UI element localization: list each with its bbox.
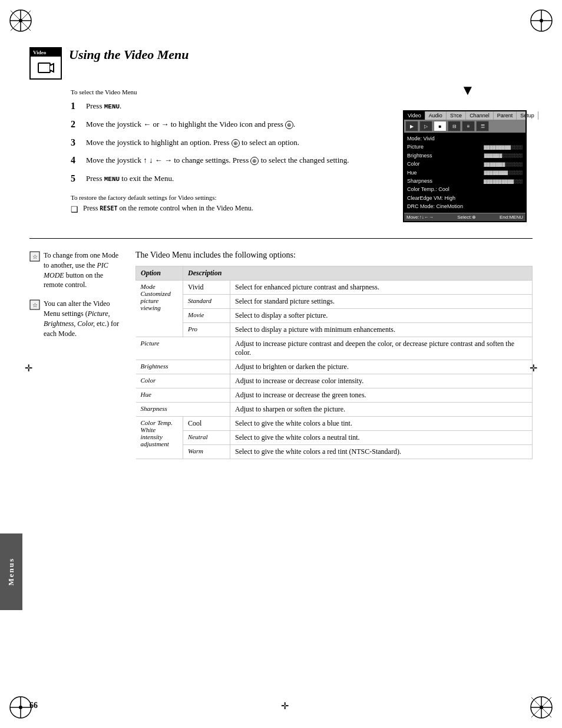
table-row: Sharpness Adjust to sharpen or soften th… xyxy=(136,402,533,416)
table-cell-brightness-desc: Adjust to brighten or darken the picture… xyxy=(230,360,533,374)
step-4: 4 Move the joystick ↑ ↓ ← → to change se… xyxy=(71,154,391,167)
ui-menu-colortemp: Color Temp.: Cool xyxy=(407,185,523,193)
ui-tab-setup: Setup xyxy=(517,111,538,120)
table-cell-hue: Hue xyxy=(136,388,230,402)
table-cell-mode: ModeCustomizedpictureviewing xyxy=(136,280,183,337)
step-2-text: Move the joystick ← or → to highlight th… xyxy=(86,118,295,130)
ui-tab-channel: Channel xyxy=(466,111,494,120)
video-icon-box: Video xyxy=(29,47,62,80)
cross-mark-bottom: ✛ xyxy=(281,700,289,711)
step-1: 1 Press MENU. xyxy=(71,100,391,113)
table-cell-sharpness-desc: Adjust to sharpen or soften the picture. xyxy=(230,402,533,416)
step-1-text: Press MENU. xyxy=(86,100,121,112)
ui-select-label: Select:⊕ xyxy=(457,215,475,220)
ui-end-label: End:MENU xyxy=(500,215,523,220)
table-header-option: Option xyxy=(136,266,183,280)
table-cell-sharpness: Sharpness xyxy=(136,402,230,416)
table-cell-neutral: Neutral xyxy=(183,430,230,444)
table-row: Color Temp.Whiteintensityadjustment Cool… xyxy=(136,416,533,430)
table-cell-standard-desc: Select for standard picture settings. xyxy=(230,294,533,308)
table-cell-cool-desc: Select to give the white colors a blue t… xyxy=(230,416,533,430)
ui-icon-2: ▷ xyxy=(419,121,432,131)
ui-tab-source: S'rce xyxy=(447,111,466,120)
note-2: ☆ You can alter the Video Menu settings … xyxy=(29,299,124,338)
video-icon-image xyxy=(31,57,61,78)
factory-reset-section: To restore the factory default settings … xyxy=(71,194,391,215)
table-cell-neutral-desc: Select to give the white colors a neutra… xyxy=(230,430,533,444)
ui-menu-clearedge: ClearEdge VM: High xyxy=(407,194,523,202)
table-cell-colortemp: Color Temp.Whiteintensityadjustment xyxy=(136,416,183,459)
ui-menu-mode: Mode: Vivid xyxy=(407,134,523,143)
svg-rect-20 xyxy=(38,63,50,73)
table-cell-picture: Picture xyxy=(136,337,230,360)
table-cell-standard: Standard xyxy=(183,294,230,308)
ui-icon-5: ≡ xyxy=(462,121,475,131)
table-cell-movie-desc: Select to display a softer picture. xyxy=(230,308,533,322)
video-icon-label: Video xyxy=(31,48,61,57)
table-cell-pro: Pro xyxy=(183,322,230,337)
checkbox-icon: ❑ xyxy=(71,205,78,215)
table-row: Color Adjust to increase or decrease col… xyxy=(136,374,533,388)
table-row: Picture Adjust to increase picture contr… xyxy=(136,337,533,360)
step-2: 2 Move the joystick ← or → to highlight … xyxy=(71,118,391,131)
note-2-text: You can alter the Video Menu settings (P… xyxy=(44,299,124,338)
table-cell-hue-desc: Adjust to increase or decrease the green… xyxy=(230,388,533,402)
ui-menu-brightness: Brightness ▓▓▓▓▓▓░░░░░░░ xyxy=(407,151,523,160)
factory-reset-text: Press RESET on the remote control when i… xyxy=(83,204,253,213)
cross-mark-right: ✛ xyxy=(530,363,537,374)
ui-menu-sharpness: Sharpness ▓▓▓▓▓▓▓▓▓▓░░░ xyxy=(407,177,523,185)
step-5-number: 5 xyxy=(71,173,81,185)
table-row: Pro Select to display a picture with min… xyxy=(136,322,533,337)
select-label: To select the Video Menu xyxy=(71,88,391,95)
section-divider xyxy=(29,238,533,239)
step-2-number: 2 xyxy=(71,118,81,131)
table-row: Warm Select to give the white colors a r… xyxy=(136,444,533,459)
table-cell-cool: Cool xyxy=(183,416,230,430)
ui-icons-row: ▶ ▷ ■ ⊟ ≡ ☰ xyxy=(404,120,525,133)
step-5-text: Press MENU to exit the Menu. xyxy=(86,173,174,185)
lower-section: ☆ To change from one Mode to another, us… xyxy=(29,251,533,459)
ui-icon-3: ■ xyxy=(434,121,447,131)
table-cell-color-desc: Adjust to increase or decrease color int… xyxy=(230,374,533,388)
options-heading: The Video Menu includes the following op… xyxy=(135,251,533,260)
ui-icon-4: ⊟ xyxy=(448,121,461,131)
step-4-number: 4 xyxy=(71,154,81,167)
ui-menu-drc: DRC Mode: CineMotion xyxy=(407,202,523,210)
table-cell-movie: Movie xyxy=(183,308,230,322)
table-cell-pro-desc: Select to display a picture with minimum… xyxy=(230,322,533,337)
ui-menu-items: Mode: Vivid Picture ▓▓▓▓▓▓▓▓▓░░░░ Bright… xyxy=(404,133,525,213)
ui-icon-6: ☰ xyxy=(476,121,489,131)
svg-text:☆: ☆ xyxy=(32,253,38,260)
note-1-text: To change from one Mode to another, use … xyxy=(44,251,124,290)
note-1: ☆ To change from one Mode to another, us… xyxy=(29,251,124,290)
table-row: Brightness Adjust to brighten or darken … xyxy=(136,360,533,374)
table-cell-vivid-desc: Select for enhanced picture contrast and… xyxy=(230,280,533,294)
step-1-number: 1 xyxy=(71,100,81,113)
ui-bottom-bar: Move:↑↓←→ Select:⊕ End:MENU xyxy=(404,213,525,221)
ui-icon-1: ▶ xyxy=(405,121,418,131)
page-title: Using the Video Menu xyxy=(69,47,189,62)
page-header: Video Using the Video Menu xyxy=(29,47,533,80)
table-row: Neutral Select to give the white colors … xyxy=(136,430,533,444)
left-notes: ☆ To change from one Mode to another, us… xyxy=(29,251,124,459)
table-row: Standard Select for standard picture set… xyxy=(136,294,533,308)
table-row: ModeCustomizedpictureviewing Vivid Selec… xyxy=(136,280,533,294)
table-row: Hue Adjust to increase or decrease the g… xyxy=(136,388,533,402)
table-header-description: Description xyxy=(183,266,533,280)
right-content: The Video Menu includes the following op… xyxy=(135,251,533,459)
ui-menu-hue: Hue ▓▓▓▓▓▓▓▓░░░░░ xyxy=(407,169,523,177)
table-cell-brightness: Brightness xyxy=(136,360,230,374)
ui-menu-picture: Picture ▓▓▓▓▓▓▓▓▓░░░░ xyxy=(407,143,523,151)
ui-tabs: Video Audio S'rce Channel Parent Setup xyxy=(404,111,525,120)
table-cell-vivid: Vivid xyxy=(183,280,230,294)
factory-reset-title: To restore the factory default settings … xyxy=(71,194,391,201)
table-cell-picture-desc: Adjust to increase picture contrast and … xyxy=(230,337,533,360)
note-1-icon: ☆ xyxy=(29,251,40,262)
step-4-text: Move the joystick ↑ ↓ ← → to change sett… xyxy=(86,154,349,166)
ui-tab-parent: Parent xyxy=(494,111,517,120)
step-3-number: 3 xyxy=(71,137,81,149)
ui-move-label: Move:↑↓←→ xyxy=(406,215,434,220)
step-3-text: Move the joystick to highlight an option… xyxy=(86,137,299,149)
table-row: Movie Select to display a softer picture… xyxy=(136,308,533,322)
ui-menu-color: Color ▓▓▓▓▓▓▓░░░░░░ xyxy=(407,160,523,168)
